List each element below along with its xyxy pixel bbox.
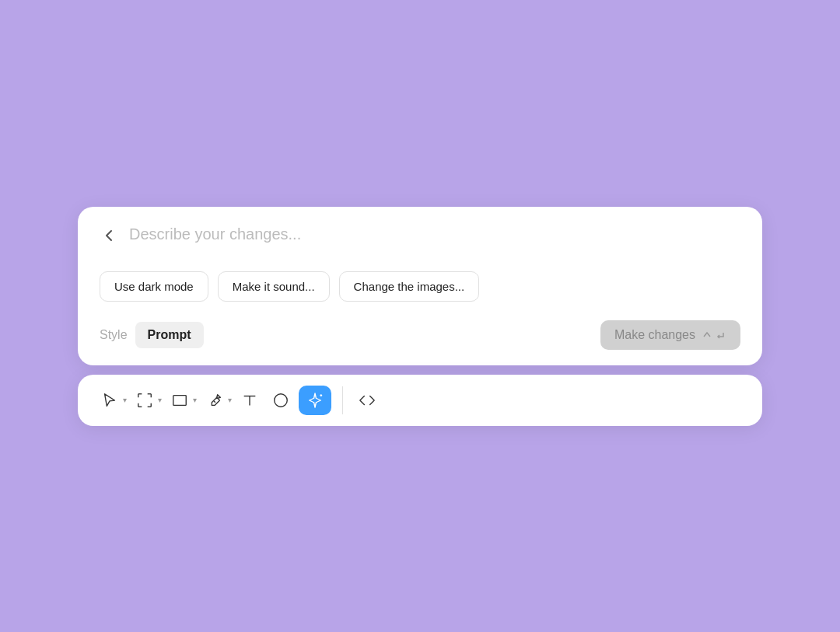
ellipse-tool-button[interactable] [268, 386, 294, 415]
suggestion-btn-images[interactable]: Change the images... [339, 271, 480, 302]
tab-prompt[interactable]: Prompt [135, 322, 204, 348]
ai-plus-tool-button[interactable] [299, 386, 331, 415]
rectangle-dropdown-icon[interactable]: ▾ [193, 396, 197, 404]
rectangle-tool-group: ▾ [166, 386, 197, 415]
keyboard-shortcut-icon [702, 330, 726, 340]
pen-dropdown-icon[interactable]: ▾ [228, 396, 232, 404]
cursor-tool-group: ▾ [96, 386, 127, 415]
frame-icon [136, 392, 153, 409]
code-tool-button[interactable] [354, 386, 380, 415]
svg-line-9 [214, 400, 215, 402]
code-icon [359, 392, 376, 409]
input-row [100, 225, 740, 246]
svg-point-12 [275, 393, 288, 407]
cursor-tool-button[interactable] [96, 386, 123, 415]
pen-tool-button[interactable] [201, 386, 228, 415]
pen-icon [206, 392, 223, 409]
prompt-card: Use dark mode Make it sound... Change th… [78, 207, 762, 365]
rectangle-tool-button[interactable] [166, 386, 193, 415]
text-icon [241, 392, 258, 409]
make-changes-label: Make changes [614, 328, 695, 342]
prompt-input[interactable] [129, 225, 740, 243]
bottom-row: Style Prompt Make changes [100, 320, 740, 350]
suggestions-row: Use dark mode Make it sound... Change th… [100, 271, 740, 302]
suggestion-btn-sound[interactable]: Make it sound... [218, 271, 330, 302]
frame-tool-button[interactable] [131, 386, 158, 415]
toolbar-divider [342, 386, 343, 414]
pen-tool-group: ▾ [201, 386, 232, 415]
main-container: Use dark mode Make it sound... Change th… [78, 207, 762, 426]
rectangle-icon [171, 392, 188, 409]
toolbar-card: ▾ ▾ [78, 375, 762, 426]
svg-rect-8 [173, 395, 187, 405]
frame-tool-group: ▾ [131, 386, 162, 415]
back-button[interactable] [100, 227, 120, 246]
ellipse-icon [272, 392, 289, 409]
cursor-dropdown-icon[interactable]: ▾ [123, 396, 127, 404]
frame-dropdown-icon[interactable]: ▾ [158, 396, 162, 404]
make-changes-button[interactable]: Make changes [600, 320, 740, 350]
text-tool-button[interactable] [236, 386, 263, 415]
ai-plus-icon [306, 392, 324, 409]
style-label: Style [100, 328, 128, 342]
suggestion-btn-dark-mode[interactable]: Use dark mode [100, 271, 208, 302]
style-tabs: Style Prompt [100, 322, 204, 348]
cursor-icon [101, 392, 118, 409]
